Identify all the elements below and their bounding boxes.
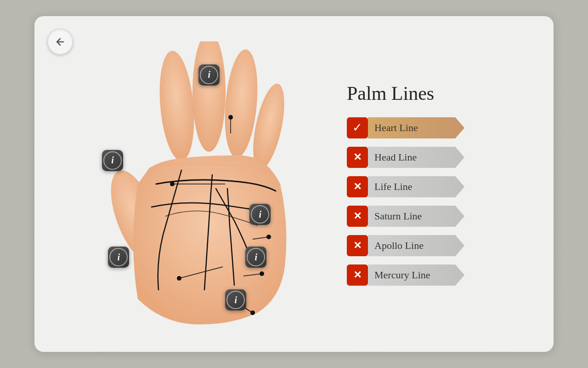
info-badge-3[interactable]: i xyxy=(249,204,271,225)
info-badge-1[interactable]: i xyxy=(198,64,220,86)
mercury-line-label[interactable]: Mercury Line xyxy=(368,264,464,286)
main-card: i i i i i i Palm Lines xyxy=(34,16,554,352)
right-panel: Palm Lines ✓ Heart Line ✕ Head Line xyxy=(328,82,531,286)
heart-line-checkbox[interactable]: ✓ xyxy=(347,117,368,138)
apollo-line-checkbox[interactable]: ✕ xyxy=(347,235,368,256)
info-badge-5[interactable]: i xyxy=(245,247,266,268)
info-badge-6[interactable]: i xyxy=(225,289,246,310)
info-badge-4[interactable]: i xyxy=(108,247,129,268)
mercury-line-checkbox[interactable]: ✕ xyxy=(347,264,368,286)
heart-line-label[interactable]: Heart Line xyxy=(368,117,464,138)
apollo-line-label[interactable]: Apollo Line xyxy=(368,235,464,256)
head-line-label[interactable]: Head Line xyxy=(368,147,464,168)
line-item-head: ✕ Head Line xyxy=(347,147,531,168)
hand-container: i i i i i i xyxy=(92,41,294,327)
saturn-line-label[interactable]: Saturn Line xyxy=(368,206,464,227)
line-item-saturn: ✕ Saturn Line xyxy=(347,206,531,227)
life-line-checkbox[interactable]: ✕ xyxy=(347,176,368,197)
svg-point-2 xyxy=(192,41,226,152)
line-item-mercury: ✕ Mercury Line xyxy=(347,264,531,286)
line-item-life: ✕ Life Line xyxy=(347,176,531,197)
section-title: Palm Lines xyxy=(347,82,531,104)
info-badge-2[interactable]: i xyxy=(102,150,123,171)
line-item-heart: ✓ Heart Line xyxy=(347,117,531,138)
life-line-label[interactable]: Life Line xyxy=(368,176,464,197)
svg-point-1 xyxy=(156,49,198,162)
hand-illustration xyxy=(92,41,294,327)
saturn-line-checkbox[interactable]: ✕ xyxy=(347,206,368,227)
head-line-checkbox[interactable]: ✕ xyxy=(347,147,368,168)
hand-diagram-panel: i i i i i i xyxy=(57,30,328,338)
line-item-apollo: ✕ Apollo Line xyxy=(347,235,531,256)
back-button[interactable] xyxy=(47,29,73,55)
